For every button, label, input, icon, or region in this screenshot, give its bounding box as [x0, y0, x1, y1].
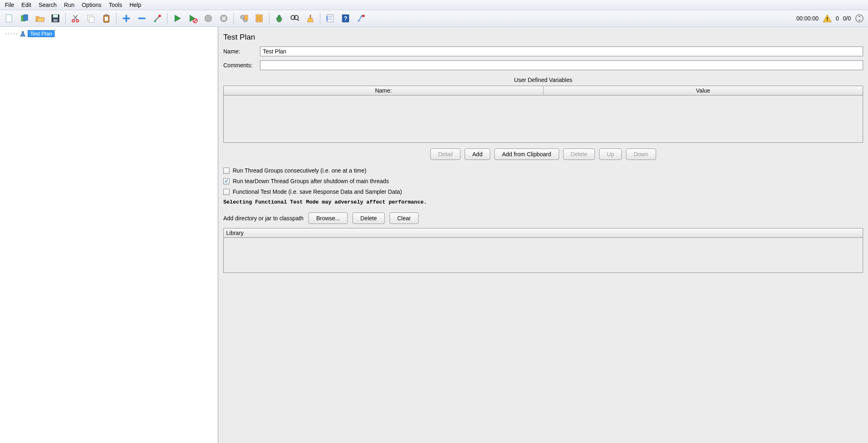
svg-rect-3: [24, 15, 28, 20]
svg-point-8: [76, 20, 79, 22]
library-table[interactable]: Library: [223, 228, 863, 273]
vars-col-value[interactable]: Value: [544, 86, 863, 95]
functional-mode-note: Selecting Functional Test Mode may adver…: [223, 199, 863, 205]
clear-gears-icon[interactable]: [237, 12, 250, 25]
detail-button: Detail: [430, 148, 460, 160]
expand-icon[interactable]: [855, 14, 864, 23]
vars-section-title: User Defined Variables: [223, 77, 863, 83]
new-file-icon[interactable]: [2, 12, 15, 25]
find-icon[interactable]: [288, 12, 301, 25]
svg-rect-0: [6, 15, 12, 22]
svg-rect-12: [89, 17, 94, 22]
vars-col-name[interactable]: Name:: [224, 86, 544, 95]
svg-text:!: !: [826, 16, 828, 22]
svg-marker-26: [205, 15, 211, 22]
panel-title: Test Plan: [223, 33, 863, 42]
warning-icon[interactable]: !: [823, 14, 832, 23]
vars-body[interactable]: [224, 95, 863, 142]
classpath-delete-button[interactable]: Delete: [352, 213, 384, 224]
functional-mode-checkbox[interactable]: [223, 189, 229, 195]
menu-search[interactable]: Search: [35, 1, 60, 9]
svg-line-44: [297, 19, 299, 21]
tree-panel: ····· Test Plan: [0, 27, 218, 443]
tree-root-label[interactable]: Test Plan: [28, 30, 54, 37]
toolbar-status: 00:00:00 ! 0 0/0: [796, 14, 866, 23]
tree-connector: ·····: [4, 31, 18, 37]
stop-icon[interactable]: [202, 12, 215, 25]
main-split: ····· Test Plan Test Plan Name: Comments…: [0, 27, 868, 443]
svg-marker-22: [175, 15, 181, 22]
comments-label: Comments:: [223, 62, 260, 69]
add-button[interactable]: Add: [465, 148, 490, 160]
color-picker-icon[interactable]: [151, 12, 164, 25]
menu-file[interactable]: File: [2, 1, 18, 9]
up-button: Up: [599, 148, 622, 160]
flask-icon: [20, 31, 26, 37]
elapsed-time: 00:00:00: [796, 15, 819, 22]
report-icon[interactable]: [324, 12, 337, 25]
run-teardown-row[interactable]: Run tearDown Thread Groups after shutdow…: [223, 178, 863, 184]
functional-mode-row[interactable]: Functional Test Mode (i.e. save Response…: [223, 188, 863, 195]
help-book-icon[interactable]: ?: [339, 12, 352, 25]
vars-table[interactable]: Name: Value: [223, 86, 863, 143]
svg-rect-15: [105, 14, 108, 16]
paste-icon[interactable]: [100, 12, 113, 25]
menu-edit[interactable]: Edit: [18, 1, 35, 9]
function-helper-icon[interactable]: [355, 12, 368, 25]
debug-icon[interactable]: [273, 12, 286, 25]
svg-marker-23: [190, 15, 195, 22]
svg-rect-21: [154, 21, 156, 22]
svg-point-20: [159, 15, 161, 17]
comments-input[interactable]: [260, 60, 863, 70]
svg-point-38: [278, 15, 280, 18]
start-icon[interactable]: [171, 12, 184, 25]
svg-rect-50: [326, 16, 328, 21]
run-consecutive-label: Run Thread Groups consecutively (i.e. on…: [233, 167, 366, 174]
content-panel: Test Plan Name: Comments: User Defined V…: [218, 27, 868, 443]
thread-count: 0/0: [843, 15, 851, 22]
tree-root-row[interactable]: ····· Test Plan: [4, 30, 214, 37]
svg-rect-45: [310, 15, 311, 18]
toolbar: ? 00:00:00 ! 0 0/0: [0, 10, 868, 27]
menu-help[interactable]: Help: [126, 1, 145, 9]
classpath-clear-button[interactable]: Clear: [390, 213, 419, 224]
run-teardown-checkbox[interactable]: [223, 178, 229, 184]
menu-run[interactable]: Run: [61, 1, 78, 9]
svg-point-55: [362, 15, 365, 17]
remove-icon[interactable]: [135, 12, 148, 25]
run-consecutive-checkbox[interactable]: [223, 168, 229, 174]
svg-rect-46: [327, 15, 333, 22]
save-icon[interactable]: [49, 12, 62, 25]
open-icon[interactable]: [33, 12, 46, 25]
delete-button: Delete: [563, 148, 595, 160]
menu-bar: File Edit Search Run Options Tools Help: [0, 0, 868, 10]
copy-icon[interactable]: [84, 12, 97, 25]
add-icon[interactable]: [120, 12, 133, 25]
start-no-pauses-icon[interactable]: [186, 12, 199, 25]
run-teardown-label: Run tearDown Thread Groups after shutdow…: [233, 178, 389, 184]
clear-all-icon[interactable]: [253, 12, 266, 25]
svg-line-25: [194, 20, 196, 22]
warning-count: 0: [836, 15, 839, 22]
svg-rect-14: [105, 17, 108, 21]
menu-tools[interactable]: Tools: [106, 1, 126, 9]
menu-options[interactable]: Options: [79, 1, 105, 9]
svg-marker-60: [858, 20, 861, 21]
library-header[interactable]: Library: [224, 228, 863, 238]
classpath-label: Add directory or jar to classpath: [223, 215, 304, 222]
shutdown-icon[interactable]: [217, 12, 230, 25]
svg-line-19: [155, 17, 159, 21]
cut-icon[interactable]: [69, 12, 82, 25]
svg-marker-59: [858, 16, 861, 17]
name-label: Name:: [223, 48, 260, 55]
run-consecutive-row[interactable]: Run Thread Groups consecutively (i.e. on…: [223, 167, 863, 174]
svg-text:?: ?: [344, 15, 348, 22]
clean-icon[interactable]: [304, 12, 317, 25]
functional-mode-label: Functional Test Mode (i.e. save Response…: [233, 188, 402, 195]
templates-icon[interactable]: [18, 12, 31, 25]
browse-button[interactable]: Browse...: [308, 213, 348, 224]
add-clipboard-button[interactable]: Add from Clipboard: [494, 148, 559, 160]
svg-point-53: [358, 20, 359, 22]
svg-rect-6: [53, 19, 57, 22]
name-input[interactable]: [260, 47, 863, 56]
